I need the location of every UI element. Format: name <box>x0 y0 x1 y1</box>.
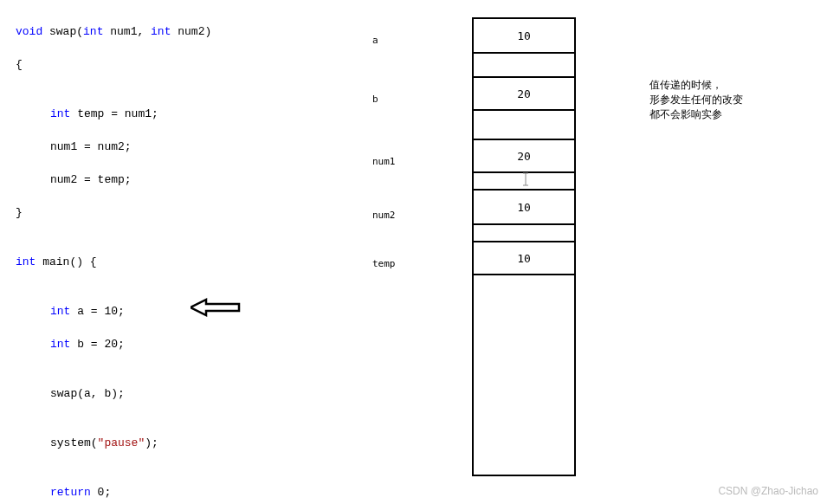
label-num2: num2 <box>372 210 396 221</box>
memory-diagram: 10 20 20 10 10 <box>472 17 580 485</box>
param-num1: num1, <box>103 25 151 38</box>
kw-int: int <box>50 107 70 120</box>
kw-int: int <box>50 305 70 318</box>
stmt-return: 0; <box>91 486 111 499</box>
note-line-1: 值传递的时候， <box>649 78 743 93</box>
kw-int: int <box>16 255 36 268</box>
stmt-system: system( <box>50 436 98 449</box>
label-num1: num1 <box>372 156 396 167</box>
fn-main: main() { <box>36 255 96 268</box>
arrow-left-icon <box>191 298 241 320</box>
stmt-end: ); <box>145 436 158 449</box>
mem-cell-b: 20 <box>474 76 574 111</box>
stmt-swap-call: swap(a, b); <box>16 385 125 402</box>
fn-swap: swap( <box>42 25 83 38</box>
watermark: CSDN @Zhao-Jichao <box>718 485 818 497</box>
stmt-b: b = 20; <box>70 338 124 351</box>
stmt-a: a = 10; <box>70 305 124 318</box>
kw-return: return <box>50 486 91 499</box>
param-num2: num2) <box>171 25 211 38</box>
mem-cell-num2: 10 <box>474 189 574 225</box>
code-block: void swap(int num1, int num2) { int temp… <box>16 7 310 504</box>
note-line-3: 都不会影响实参 <box>649 107 743 122</box>
label-b: b <box>372 94 378 105</box>
stmt-num1: num1 = num2; <box>16 139 132 155</box>
kw-int: int <box>83 25 103 38</box>
brace-open: { <box>16 56 310 73</box>
brace-close: } <box>16 204 310 221</box>
kw-void: void <box>16 25 42 38</box>
note-line-2: 形参发生任何的改变 <box>649 93 743 107</box>
text-cursor-icon <box>521 172 530 189</box>
str-pause: "pause" <box>98 436 145 449</box>
mem-cell-temp: 10 <box>474 241 574 275</box>
stmt-temp: temp = num1; <box>70 107 158 120</box>
kw-int: int <box>50 338 70 351</box>
kw-int: int <box>151 25 171 38</box>
label-a: a <box>372 35 378 46</box>
stmt-num2: num2 = temp; <box>16 171 132 188</box>
mem-cell-a: 10 <box>474 19 574 54</box>
explanation-note: 值传递的时候， 形参发生任何的改变 都不会影响实参 <box>649 78 743 122</box>
mem-cell-num1: 20 <box>474 139 574 173</box>
label-temp: temp <box>372 258 396 269</box>
